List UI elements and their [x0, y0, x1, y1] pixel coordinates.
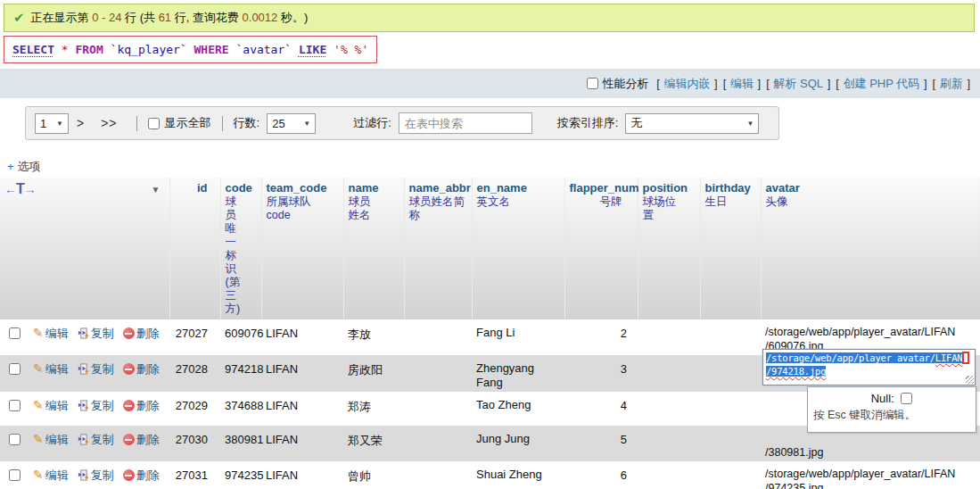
edit-label: 编辑 — [45, 399, 69, 412]
column-header-id: id — [169, 178, 220, 319]
cell-avatar: /storage/web/app/player_avatar/LIFAN /97… — [761, 461, 980, 489]
status-suffix: 秒。) — [277, 11, 308, 24]
edit-row-button[interactable]: ✎编辑 — [33, 327, 69, 340]
row-checkbox[interactable] — [9, 434, 21, 445]
options-toggle[interactable]: +选项 — [7, 159, 41, 175]
create-php-code-link[interactable]: 创建 PHP 代码 — [844, 76, 920, 92]
cell-code: 609076 — [220, 319, 261, 355]
column-comment-position: 球场位 置 — [643, 195, 696, 222]
refresh-link[interactable]: 刷新 — [940, 76, 963, 92]
delete-label: 删除 — [136, 362, 160, 376]
status-prefix: 正在显示第 — [31, 11, 93, 24]
cell-flapper-num: 6 — [564, 461, 638, 489]
sql-like-pattern: '% %' — [326, 43, 368, 56]
show-all-checkbox[interactable] — [148, 118, 160, 129]
delete-icon — [123, 327, 135, 339]
null-checkbox-row: Null: — [813, 392, 970, 405]
edit-label: 编辑 — [45, 327, 69, 340]
delete-row-button[interactable]: 删除 — [123, 468, 160, 482]
edit-row-button[interactable]: ✎编辑 — [33, 399, 69, 412]
edit-row-button[interactable]: ✎编辑 — [33, 362, 69, 376]
column-reorder-handle[interactable]: ←T→ — [4, 182, 36, 196]
edit-row-button[interactable]: ✎编辑 — [33, 433, 69, 446]
copy-row-button[interactable]: 复制 — [78, 362, 114, 376]
divider — [222, 116, 223, 131]
delete-row-button[interactable]: 删除 — [123, 399, 160, 412]
sort-link-name-abbr[interactable]: name_abbr — [409, 181, 471, 195]
row-actions-cell: ✎编辑复制删除 — [0, 392, 169, 426]
delete-label: 删除 — [136, 433, 160, 446]
cell-id: 27028 — [169, 355, 220, 392]
copy-row-button[interactable]: 复制 — [78, 327, 114, 340]
edit-row-button[interactable]: ✎编辑 — [33, 468, 69, 482]
explain-sql-link[interactable]: 解析 SQL — [773, 76, 823, 92]
sort-link-id[interactable]: id — [197, 181, 208, 195]
cell-code: 380981 — [220, 426, 261, 461]
success-check-icon: ✔ — [13, 10, 25, 26]
rows-count-select[interactable]: 25 ▼ — [267, 113, 316, 134]
sort-by-key-select[interactable]: 无 ▼ — [625, 113, 759, 134]
column-comment-team-code: 所属球队 code — [267, 195, 339, 222]
sql-table-name: `kq_player` — [103, 43, 194, 56]
copy-row-button[interactable]: 复制 — [78, 433, 114, 446]
sort-link-team-code[interactable]: team_code — [267, 181, 327, 195]
copy-row-button[interactable]: 复制 — [78, 468, 114, 482]
pencil-icon: ✎ — [33, 326, 44, 340]
sort-link-avatar[interactable]: avatar — [766, 181, 800, 195]
row-options-dropdown-icon[interactable]: ▼ — [152, 185, 161, 195]
cell-team-code: LIFAN — [261, 355, 343, 392]
sort-link-name[interactable]: name — [349, 181, 379, 195]
copy-icon — [78, 400, 89, 411]
bracket: [ — [766, 77, 770, 90]
copy-row-button[interactable]: 复制 — [78, 399, 114, 412]
copy-icon — [78, 327, 89, 339]
avatar-filename: /974218.jpg — [766, 366, 826, 377]
last-page-button[interactable]: >> — [101, 116, 117, 130]
textarea-resize-handle[interactable] — [966, 376, 974, 384]
row-checkbox[interactable] — [9, 400, 21, 411]
delete-row-button[interactable]: 删除 — [123, 362, 160, 376]
cell-name-abbr — [404, 319, 472, 355]
delete-row-button[interactable]: 删除 — [123, 433, 160, 446]
row-checkbox[interactable] — [9, 327, 21, 339]
avatar-path-part: /storage/web/app/player_avatar/ — [766, 352, 935, 363]
cell-position — [638, 319, 700, 355]
row-checkbox[interactable] — [9, 469, 21, 481]
null-checkbox[interactable] — [901, 393, 912, 404]
next-page-button[interactable]: > — [77, 116, 85, 130]
filter-rows-input[interactable] — [399, 112, 532, 134]
sql-query-box: SELECT * FROM `kq_player` WHERE `avatar`… — [4, 36, 377, 63]
filter-rows-label: 过滤行: — [353, 115, 391, 131]
delete-row-button[interactable]: 删除 — [123, 327, 160, 340]
sort-link-birthday[interactable]: birthday — [705, 181, 751, 195]
inline-edit-textarea[interactable]: /storage/web/app/player_avatar/LIFAN /97… — [762, 349, 976, 385]
esc-cancel-hint: 按 Esc 键取消编辑。 — [813, 408, 970, 423]
cell-name: 郑涛 — [343, 392, 404, 426]
cell-name-abbr — [404, 392, 472, 426]
query-toolbar: 性能分析 [ 编辑内嵌 ] [ 编辑 ] [ 解析 SQL ] [ 创建 PHP… — [0, 69, 980, 98]
edit-link[interactable]: 编辑 — [730, 76, 754, 92]
row-actions-cell: ✎编辑复制删除 — [0, 461, 169, 489]
edit-inline-link[interactable]: 编辑内嵌 — [663, 76, 710, 92]
query-status-bar: ✔ 正在显示第 0 - 24 行 (共 61 行, 查询花费 0.0012 秒。… — [4, 4, 975, 32]
row-checkbox[interactable] — [9, 363, 21, 375]
rows-count-label: 行数: — [234, 115, 260, 131]
column-comment-name-abbr: 球员姓名简 称 — [409, 195, 467, 222]
sort-by-key-value: 无 — [630, 115, 642, 131]
cell-birthday — [700, 392, 761, 426]
row-actions-cell: ✎编辑复制删除 — [0, 426, 169, 461]
sort-link-code[interactable]: code — [226, 181, 252, 195]
column-header-team-code: team_code 所属球队 code — [261, 178, 343, 319]
cell-en-name: Zhengyang Fang — [472, 355, 564, 392]
cell-flapper-num: 3 — [564, 355, 638, 392]
profiling-checkbox[interactable] — [587, 78, 598, 89]
column-header-code: code 球 员 唯 一 标 识 (第 三 方) — [220, 178, 261, 319]
link-edit-group: [ 编辑 ] — [722, 76, 762, 92]
page-select[interactable]: 1 ▼ — [35, 113, 69, 134]
sort-link-en-name[interactable]: en_name — [477, 181, 527, 195]
cell-position — [638, 355, 700, 392]
sort-link-position[interactable]: position — [643, 181, 688, 195]
status-query-time: 0.0012 — [243, 11, 278, 24]
sort-link-flapper-num[interactable]: flapper_num — [570, 181, 639, 195]
profiling-group: 性能分析 — [587, 76, 649, 92]
